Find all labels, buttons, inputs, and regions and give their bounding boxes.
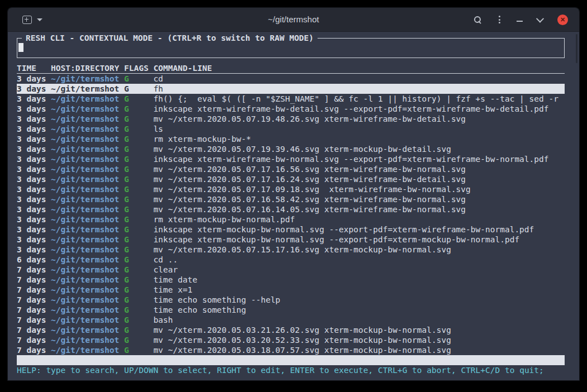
row-command: clear bbox=[153, 265, 565, 275]
row-time: 3 days bbox=[17, 204, 46, 214]
row-directory: ~/git/termshot bbox=[51, 224, 119, 235]
kebab-menu-icon[interactable] bbox=[496, 16, 502, 23]
row-time: 7 days bbox=[17, 295, 46, 305]
status-bar: 2020-05-08 00:34:56tower:~/git/termshotf… bbox=[17, 355, 565, 365]
chevron-down-icon[interactable] bbox=[37, 18, 42, 21]
row-directory: ~/git/termshot bbox=[51, 275, 119, 285]
history-row[interactable]: 3 days ~/git/termshot G fh() {; eval $( … bbox=[17, 94, 565, 104]
row-flag: G bbox=[124, 224, 149, 235]
row-command: fh bbox=[153, 84, 565, 94]
history-row[interactable]: 6 days ~/git/termshot G cd .. bbox=[17, 255, 565, 265]
row-command: mv ~/xterm.2020.05.07.17.09.18.svg xterm… bbox=[153, 184, 565, 194]
row-command: mv ~/xterm.2020.05.07.15.17.16.svg xterm… bbox=[153, 245, 565, 255]
row-flag: G bbox=[124, 214, 149, 224]
header-command-line: COMMAND-LINE bbox=[153, 63, 565, 73]
history-row[interactable]: 3 days ~/git/termshot G rm xterm-mockup-… bbox=[17, 214, 565, 224]
history-row[interactable]: 3 days ~/git/termshot G mv ~/xterm.2020.… bbox=[17, 204, 565, 214]
row-directory: ~/git/termshot bbox=[51, 124, 119, 134]
history-row[interactable]: 3 days ~/git/termshot G mv ~/xterm.2020.… bbox=[17, 114, 565, 124]
row-time: 3 days bbox=[17, 94, 46, 104]
history-row[interactable]: 7 days ~/git/termshot G time echo someth… bbox=[17, 295, 565, 305]
row-flag: G bbox=[124, 255, 149, 265]
new-tab-icon[interactable] bbox=[22, 16, 32, 24]
history-row[interactable]: 7 days ~/git/termshot G time x=1 bbox=[17, 285, 565, 295]
row-directory: ~/git/termshot bbox=[51, 194, 119, 204]
row-directory: ~/git/termshot bbox=[51, 84, 119, 94]
row-flag: G bbox=[124, 164, 149, 174]
minimize-icon[interactable] bbox=[517, 21, 523, 22]
row-time: 3 days bbox=[17, 124, 46, 134]
row-command: mv ~/xterm.2020.05.07.19.39.46.svg xterm… bbox=[153, 144, 565, 154]
row-directory: ~/git/termshot bbox=[51, 184, 119, 194]
history-row[interactable]: 3 days ~/git/termshot G mv ~/xterm.2020.… bbox=[17, 164, 565, 174]
row-flag: G bbox=[124, 275, 149, 285]
row-directory: ~/git/termshot bbox=[51, 245, 119, 255]
row-command: ls bbox=[153, 124, 565, 134]
history-list: 3 days ~/git/termshot G cd 3 days ~/git/… bbox=[17, 74, 565, 355]
row-directory: ~/git/termshot bbox=[51, 134, 119, 144]
history-row[interactable]: 3 days ~/git/termshot G inkscape xterm-m… bbox=[17, 235, 565, 245]
row-flag: G bbox=[124, 204, 149, 214]
scrollbar-thumb[interactable] bbox=[576, 34, 577, 63]
history-row[interactable]: 3 days ~/git/termshot G inkscape xterm-w… bbox=[17, 154, 565, 164]
row-directory: ~/git/termshot bbox=[51, 154, 119, 164]
history-row[interactable]: 3 days ~/git/termshot G rm xterm-mockup-… bbox=[17, 134, 565, 144]
help-line: HELP: type to search, UP/DOWN to select,… bbox=[17, 365, 565, 376]
row-command: mv ~/xterm.2020.05.03.21.26.02.svg xterm… bbox=[153, 325, 565, 335]
row-time: 3 days bbox=[17, 134, 46, 144]
row-time: 7 days bbox=[17, 265, 46, 275]
row-flag: G bbox=[124, 74, 149, 84]
row-flag: G bbox=[124, 94, 149, 104]
header-host-directory: HOST:DIRECTORY bbox=[51, 63, 119, 73]
row-command: cd .. bbox=[153, 255, 565, 265]
row-time: 3 days bbox=[17, 235, 46, 245]
row-time: 3 days bbox=[17, 84, 46, 94]
row-flag: G bbox=[124, 295, 149, 305]
history-row[interactable]: 7 days ~/git/termshot G mv ~/xterm.2020.… bbox=[17, 345, 565, 355]
history-row[interactable]: 7 days ~/git/termshot G bash bbox=[17, 315, 565, 325]
row-directory: ~/git/termshot bbox=[51, 295, 119, 305]
terminal-window: ~/git/termshot ✕ RESH CLI - CONTEXTUAL M… bbox=[8, 8, 579, 380]
row-flag: G bbox=[124, 134, 149, 144]
history-row[interactable]: 3 days ~/git/termshot G mv ~/xterm.2020.… bbox=[17, 174, 565, 184]
history-row[interactable]: 7 days ~/git/termshot G clear bbox=[17, 265, 565, 275]
history-row[interactable]: 3 days ~/git/termshot G mv ~/xterm.2020.… bbox=[17, 184, 565, 194]
row-time: 6 days bbox=[17, 255, 46, 265]
row-command: mv ~/xterm.2020.05.07.16.14.05.svg xterm… bbox=[153, 204, 565, 214]
row-directory: ~/git/termshot bbox=[51, 315, 119, 325]
history-row[interactable]: 3 days ~/git/termshot G ls bbox=[17, 124, 565, 134]
row-directory: ~/git/termshot bbox=[51, 265, 119, 275]
history-row[interactable]: 7 days ~/git/termshot G mv ~/xterm.2020.… bbox=[17, 335, 565, 345]
history-row[interactable]: 7 days ~/git/termshot G time echo someth… bbox=[17, 305, 565, 315]
history-row[interactable]: 3 days ~/git/termshot G fh bbox=[17, 84, 565, 94]
row-command: cd bbox=[153, 74, 565, 84]
history-row[interactable]: 3 days ~/git/termshot G inkscape xterm-w… bbox=[17, 104, 565, 114]
history-row[interactable]: 3 days ~/git/termshot G mv ~/xterm.2020.… bbox=[17, 144, 565, 154]
search-icon[interactable] bbox=[474, 16, 482, 24]
row-flag: G bbox=[124, 345, 149, 355]
row-flag: G bbox=[124, 84, 149, 94]
row-flag: G bbox=[124, 315, 149, 325]
close-icon[interactable]: ✕ bbox=[557, 15, 568, 25]
history-row[interactable]: 7 days ~/git/termshot G mv ~/xterm.2020.… bbox=[17, 325, 565, 335]
history-row[interactable]: 3 days ~/git/termshot G inkscape xterm-m… bbox=[17, 224, 565, 235]
row-flag: G bbox=[124, 305, 149, 315]
header-flags: FLAGS bbox=[124, 63, 149, 73]
history-row[interactable]: 3 days ~/git/termshot G mv ~/xterm.2020.… bbox=[17, 194, 565, 204]
history-row[interactable]: 3 days ~/git/termshot G cd bbox=[17, 74, 565, 84]
history-row[interactable]: 7 days ~/git/termshot G time date bbox=[17, 275, 565, 285]
row-command: inkscape xterm-wireframe-bw-normal.svg -… bbox=[153, 154, 565, 164]
search-input[interactable]: RESH CLI - CONTEXTUAL MODE - (CTRL+R to … bbox=[17, 38, 565, 58]
row-directory: ~/git/termshot bbox=[51, 164, 119, 174]
row-command: mv ~/xterm.2020.05.07.17.16.56.svg xterm… bbox=[153, 164, 565, 174]
row-flag: G bbox=[124, 245, 149, 255]
row-directory: ~/git/termshot bbox=[51, 94, 119, 104]
row-time: 7 days bbox=[17, 325, 46, 335]
history-row[interactable]: 3 days ~/git/termshot G mv ~/xterm.2020.… bbox=[17, 245, 565, 255]
row-time: 7 days bbox=[17, 275, 46, 285]
row-command: mv ~/xterm.2020.05.07.19.48.26.svg xterm… bbox=[153, 114, 565, 124]
row-directory: ~/git/termshot bbox=[51, 255, 119, 265]
restore-icon[interactable] bbox=[536, 15, 544, 23]
row-time: 3 days bbox=[17, 245, 46, 255]
row-command: inkscape xterm-mockup-bw-normal.svg --ex… bbox=[153, 224, 565, 235]
